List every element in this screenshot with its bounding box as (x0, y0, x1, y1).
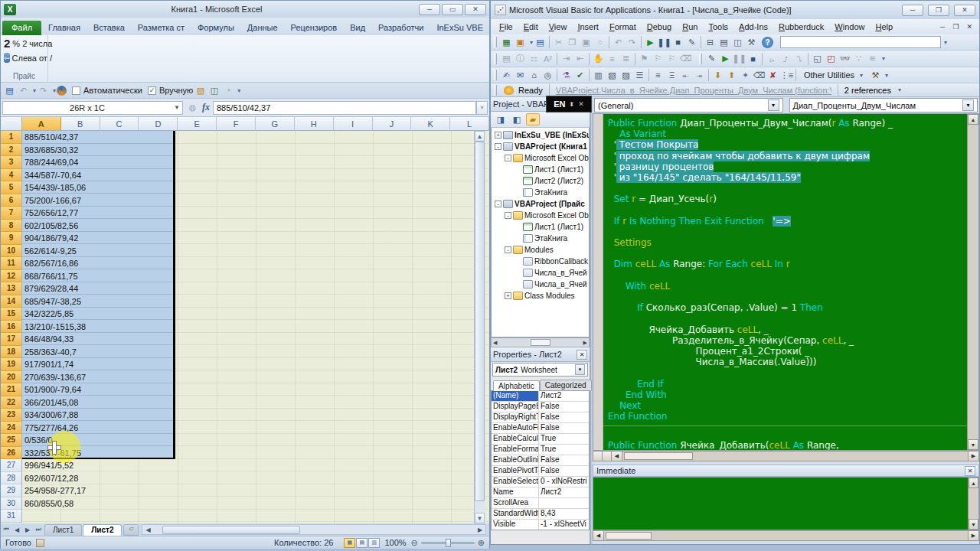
sync-right-icon[interactable]: ⯮ (693, 69, 706, 81)
column-header-F[interactable]: F (217, 117, 256, 131)
ribbon-tab-5[interactable]: Формулы (191, 21, 240, 35)
name-box[interactable]: 26R x 1C ▼ (2, 101, 183, 115)
tree-item[interactable]: Числа_в_Ячей (492, 279, 589, 290)
extract-method-icon[interactable]: ✉ (514, 69, 527, 81)
row-header-9[interactable]: 9 (1, 232, 22, 245)
ribbon-tab-8[interactable]: Вид (344, 21, 371, 35)
property-value[interactable]: False (539, 423, 589, 433)
column-header-D[interactable]: D (139, 117, 178, 131)
h-scrollbar-thumb[interactable] (162, 526, 300, 534)
property-value[interactable]: 8,43 (539, 509, 589, 519)
save-icon[interactable]: ▤ (534, 36, 547, 48)
immediate-window[interactable]: ▲ ▼ (593, 477, 979, 530)
immediate-window-icon[interactable]: ◰ (825, 53, 838, 65)
cell-A7[interactable]: 752/656/12,77 (22, 207, 78, 220)
menu-view[interactable]: View (544, 21, 573, 33)
automatic-checkbox[interactable] (72, 86, 80, 95)
cell-A30[interactable]: 860/855/0,58 (22, 497, 74, 510)
quick-info-icon[interactable]: ⓘ (514, 53, 527, 65)
page-break-view-icon[interactable]: ▥ (368, 538, 380, 548)
expand-icon[interactable]: + (505, 292, 511, 299)
vba-close-button[interactable]: ✕ (954, 5, 975, 16)
horizontal-scrollbar[interactable]: ◀ ▶ (142, 524, 486, 535)
cell-A12[interactable]: 868/766/11,75 (22, 270, 78, 283)
cell-A31[interactable] (22, 510, 24, 523)
row-header-29[interactable]: 29 (1, 484, 22, 497)
row-header-7[interactable]: 7 (1, 207, 22, 220)
property-row[interactable]: NameЛист2 (492, 487, 589, 498)
language-indicator[interactable]: EN⬍✕ (546, 96, 592, 112)
list-icon[interactable]: ⋮≡ (780, 69, 793, 81)
cell-A10[interactable]: 562/614/-9,25 (22, 245, 77, 258)
bookmark-clear-icon[interactable]: ⌫ (679, 53, 692, 65)
row-header-24[interactable]: 24 (1, 422, 22, 435)
property-row[interactable]: EnablePivotTatFalse (492, 466, 589, 477)
property-name[interactable]: EnableSelectior (492, 477, 539, 487)
parameter-info-icon[interactable]: ⚏ (528, 53, 541, 65)
collapse-icon[interactable]: - (505, 155, 511, 161)
tab-categorized[interactable]: Categorized (540, 380, 592, 390)
undo-icon[interactable]: ↶ (612, 36, 625, 48)
cell-A3[interactable]: 788/244/69,04 (22, 156, 78, 169)
complete-word-icon[interactable]: A² (541, 53, 554, 65)
tree-item[interactable]: -VBAProject (Книга1 (492, 141, 589, 152)
property-name[interactable]: StandardWidth (492, 509, 539, 519)
property-name[interactable]: DisplayRightTo (492, 412, 539, 422)
next-sheet-icon[interactable]: ▶ (22, 527, 33, 533)
cell-A16[interactable]: 13/210/-1515,38 (22, 321, 86, 334)
property-name[interactable]: EnableCalculati (492, 434, 539, 444)
row-header-21[interactable]: 21 (1, 383, 22, 396)
remove-stubs-icon[interactable]: ✘ (766, 69, 779, 81)
scroll-left-icon[interactable]: ◀ (142, 527, 153, 533)
cell-A13[interactable]: 879/629/28,44 (22, 282, 78, 295)
formula-bar-expand-icon[interactable]: ˅ (476, 101, 488, 115)
rdbar-overflow-icon[interactable]: ▾ (898, 86, 901, 93)
redo-icon[interactable]: ↷ (626, 36, 639, 48)
column-header-A[interactable]: A (22, 117, 61, 131)
tree-item[interactable]: Лист1 (Лист1) (492, 164, 589, 175)
column-header-C[interactable]: C (100, 117, 139, 131)
properties-window-icon[interactable]: ▤ (717, 36, 730, 48)
cell-A17[interactable]: 846/48/94,33 (22, 333, 74, 346)
cell-A20[interactable]: 270/639/-136,67 (22, 371, 86, 384)
eraser-icon[interactable]: ⌫ (753, 69, 766, 81)
property-name[interactable]: ScrollArea (492, 498, 539, 508)
tree-item[interactable]: -Microsoft Excel Obj (492, 210, 589, 221)
tree-item[interactable]: -VBAProject (Прайс (492, 198, 589, 210)
property-value[interactable] (539, 498, 589, 508)
cell-A9[interactable]: 904/186/79,42 (22, 232, 78, 245)
row-header-14[interactable]: 14 (1, 295, 22, 308)
toolbox-icon[interactable]: ⚒ (745, 36, 758, 48)
undo-icon[interactable]: ↶ (17, 84, 30, 96)
menu-insert[interactable]: Insert (572, 21, 604, 33)
rubberduck-context-link[interactable]: VBAProject.Числа_в_Ячейке.Диап_Проценты_… (556, 86, 831, 95)
menu-file[interactable]: File (494, 21, 518, 33)
property-name[interactable]: EnableAutoFilt (492, 423, 539, 433)
menu-debug[interactable]: Debug (642, 21, 677, 33)
mdi-close-icon[interactable]: ✕ (962, 23, 976, 31)
page-layout-view-icon[interactable]: ▤ (356, 538, 368, 548)
debug-reset-icon[interactable]: ■ (746, 53, 760, 65)
row-header-8[interactable]: 8 (1, 220, 22, 233)
copy-icon[interactable]: ❐ (566, 36, 579, 48)
code-v-scrollbar[interactable]: ▲ ▼ (967, 114, 978, 450)
property-value[interactable]: False (539, 412, 589, 422)
formula-input[interactable]: 885/510/42,37 (213, 101, 476, 115)
maximize-button[interactable]: ▭ (442, 4, 463, 15)
row-header-19[interactable]: 19 (1, 358, 22, 371)
cell-A29[interactable]: 254/958/-277,17 (22, 484, 86, 497)
cell-A11[interactable]: 682/567/16,86 (22, 257, 78, 270)
row-header-12[interactable]: 12 (1, 270, 22, 283)
property-row[interactable]: EnableSelectior0 - xlNoRestri (492, 477, 589, 487)
cell-A28[interactable]: 692/607/12,28 (22, 472, 78, 485)
row-header-1[interactable]: 1 (1, 131, 22, 144)
property-name[interactable]: EnableFormatC (492, 445, 539, 455)
property-value[interactable]: True (539, 445, 589, 455)
prev-sheet-icon[interactable]: ◀ (11, 527, 22, 533)
view-excel-icon[interactable]: ▦ (500, 36, 513, 48)
property-value[interactable]: Лист2 (539, 487, 589, 497)
cell-A18[interactable]: 258/363/-40,7 (22, 346, 77, 359)
save-icon[interactable]: ▤ (3, 84, 16, 96)
immediate-v-scrollbar[interactable]: ▲ ▼ (968, 478, 978, 530)
close-button[interactable]: ✕ (465, 4, 486, 15)
